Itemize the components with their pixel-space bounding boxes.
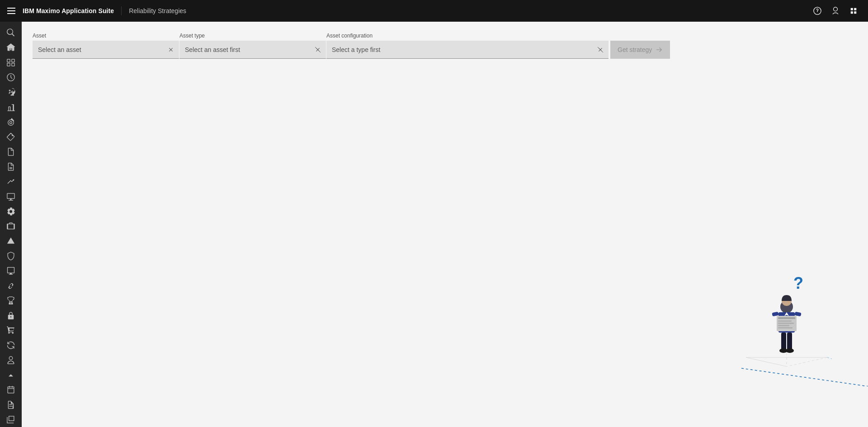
sidebar-item-briefcase[interactable] xyxy=(0,219,22,234)
sidebar-item-link[interactable] xyxy=(0,278,22,293)
sidebar-item-doc1[interactable] xyxy=(0,144,22,159)
menu-icon[interactable] xyxy=(7,8,15,14)
sidebar-item-trending[interactable] xyxy=(0,174,22,189)
sidebar-item-team[interactable] xyxy=(0,85,22,100)
asset-config-clear-button[interactable] xyxy=(596,45,605,54)
sidebar-item-doc4[interactable] xyxy=(0,412,22,427)
asset-type-label: Asset type xyxy=(179,33,326,39)
svg-rect-16 xyxy=(778,320,792,322)
sidebar-item-trophy[interactable] xyxy=(0,293,22,308)
sidebar-item-tag[interactable] xyxy=(0,129,22,144)
sidebar xyxy=(0,22,22,427)
sidebar-item-recent[interactable] xyxy=(0,70,22,85)
svg-line-0 xyxy=(315,47,321,52)
sidebar-item-home[interactable] xyxy=(0,40,22,55)
svg-line-24 xyxy=(741,368,868,386)
sidebar-item-shield[interactable] xyxy=(0,249,22,263)
asset-clear-button[interactable] xyxy=(166,45,175,54)
asset-config-input[interactable] xyxy=(326,41,609,59)
filter-bar: Asset Asset type Asset configuration xyxy=(33,33,857,59)
topbar-actions xyxy=(810,4,861,18)
get-strategy-label: Get strategy xyxy=(618,46,652,53)
sidebar-item-doc3[interactable] xyxy=(0,397,22,412)
svg-rect-19 xyxy=(778,327,793,328)
svg-rect-17 xyxy=(778,323,794,324)
asset-config-input-wrapper xyxy=(326,41,609,59)
asset-label: Asset xyxy=(33,33,179,39)
topbar: IBM Maximo Application Suite Reliability… xyxy=(0,0,868,22)
sidebar-item-alert[interactable] xyxy=(0,234,22,249)
sidebar-item-refresh[interactable] xyxy=(0,338,22,352)
apps-icon[interactable] xyxy=(846,4,861,18)
svg-line-1 xyxy=(598,47,603,52)
empty-illustration: ? xyxy=(741,272,832,373)
sidebar-item-reports[interactable] xyxy=(0,55,22,70)
svg-rect-18 xyxy=(778,325,789,326)
asset-input-wrapper xyxy=(33,41,179,59)
page-title: Reliability Strategies xyxy=(129,7,186,14)
sidebar-item-calendar[interactable] xyxy=(0,382,22,397)
app-name: IBM Maximo Application Suite xyxy=(23,7,114,14)
sidebar-item-search[interactable] xyxy=(0,25,22,40)
asset-input[interactable] xyxy=(33,41,179,59)
sidebar-item-doc2[interactable] xyxy=(0,159,22,174)
sidebar-item-users[interactable] xyxy=(0,352,22,367)
sidebar-item-target[interactable] xyxy=(0,115,22,130)
sidebar-item-cart[interactable] xyxy=(0,323,22,338)
svg-text:?: ? xyxy=(793,274,803,292)
asset-type-input[interactable] xyxy=(179,41,326,59)
asset-type-input-wrapper xyxy=(179,41,326,59)
sidebar-item-arrow-up[interactable] xyxy=(0,367,22,382)
help-icon[interactable] xyxy=(810,4,825,18)
asset-config-field-group: Asset configuration xyxy=(326,33,609,59)
sidebar-item-display[interactable] xyxy=(0,263,22,278)
topbar-divider xyxy=(121,6,122,15)
svg-rect-13 xyxy=(794,312,801,316)
asset-config-label: Asset configuration xyxy=(326,33,609,39)
asset-type-clear-button[interactable] xyxy=(313,45,322,54)
get-strategy-button[interactable]: Get strategy xyxy=(610,41,670,59)
user-icon[interactable] xyxy=(828,4,843,18)
svg-rect-21 xyxy=(787,333,792,351)
sidebar-item-chart[interactable] xyxy=(0,100,22,115)
svg-rect-15 xyxy=(778,317,795,319)
svg-rect-12 xyxy=(772,312,778,316)
sidebar-item-lock[interactable] xyxy=(0,308,22,323)
sidebar-item-monitor[interactable] xyxy=(0,189,22,204)
svg-rect-20 xyxy=(781,333,786,351)
asset-type-field-group: Asset type xyxy=(179,33,326,59)
main-content: Asset Asset type Asset configuration xyxy=(22,22,868,427)
svg-point-23 xyxy=(786,348,794,353)
asset-field-group: Asset xyxy=(33,33,179,59)
sidebar-item-settings[interactable] xyxy=(0,204,22,219)
